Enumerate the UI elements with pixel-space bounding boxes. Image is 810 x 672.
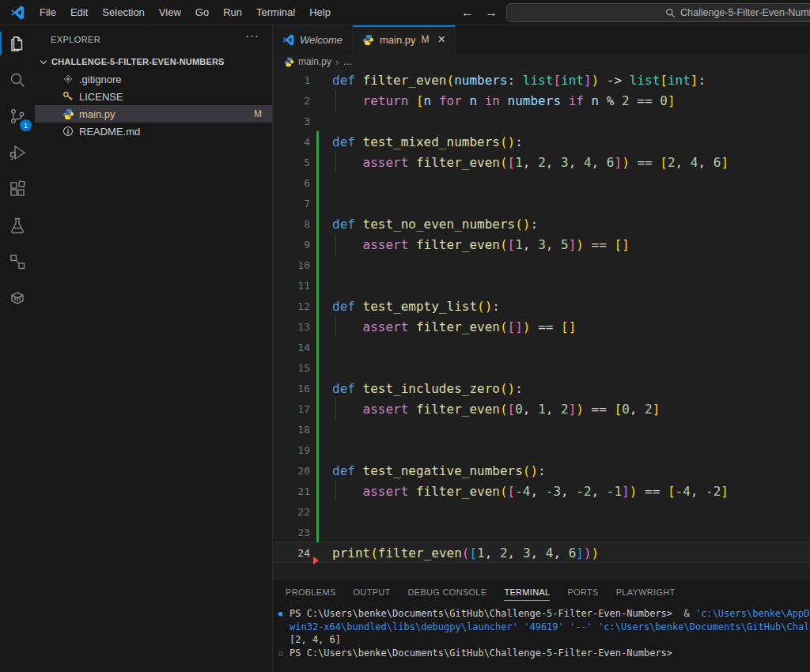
git-gutter (316, 111, 319, 131)
code-line-12[interactable]: 12def test_empty_list(): (273, 296, 810, 316)
code-line-24[interactable]: 24print(filter_even([1, 2, 3, 4, 6])) (273, 542, 810, 563)
gitignore-icon (62, 73, 74, 85)
file-name: LICENSE (79, 91, 123, 103)
code-text: def test_includes_zero(): (332, 381, 523, 396)
code-line-1[interactable]: 1def filter_even(numbers: list[int]) -> … (273, 70, 810, 90)
menu-view[interactable]: View (152, 4, 188, 21)
code-editor[interactable]: 1def filter_even(numbers: list[int]) -> … (273, 70, 810, 580)
command-status-filled-icon: ● (278, 607, 290, 621)
indent-guide (335, 90, 336, 111)
git-gutter (316, 70, 319, 90)
back-arrow-icon[interactable]: ← (461, 6, 474, 20)
activity-connected-squares[interactable] (0, 244, 35, 280)
command-center-searchbox[interactable]: Challenge-5-Filter-Even-Numbers (506, 3, 810, 22)
line-number: 11 (273, 280, 310, 292)
line-number: 24 (273, 547, 310, 559)
file-row-gitignore[interactable]: .gitignore (35, 70, 272, 88)
line-number: 22 (273, 506, 310, 518)
line-number: 8 (273, 218, 310, 230)
git-added-indicator (316, 378, 319, 398)
menu-edit[interactable]: Edit (63, 4, 95, 21)
terminal-line: ●PS C:\Users\benke\Documents\GitHub\Chal… (273, 607, 810, 621)
git-added-indicator (316, 522, 319, 542)
indent-guide (335, 398, 336, 419)
code-line-20[interactable]: 20def test_negative_numbers(): (273, 460, 810, 481)
code-line-4[interactable]: 4def test_mixed_numbers(): (273, 131, 810, 152)
panel-tab-output[interactable]: OUTPUT (354, 587, 391, 597)
chevron-down-icon (40, 57, 47, 63)
file-row-readme[interactable]: README.md (35, 123, 272, 140)
git-added-indicator (316, 357, 319, 378)
more-actions-icon[interactable]: ··· (245, 28, 259, 42)
menu-go[interactable]: Go (188, 4, 216, 21)
code-line-2[interactable]: 2 return [n for n in numbers if n % 2 ==… (273, 90, 810, 111)
panel-tab-playwright[interactable]: PLAYWRIGHT (616, 587, 676, 597)
folder-header[interactable]: CHALLENGE-5-FILTER-EVEN-NUMBERS (35, 53, 272, 70)
menu-selection[interactable]: Selection (95, 4, 151, 21)
menu-file[interactable]: File (32, 4, 63, 21)
explorer-sidebar: EXPLORER ··· CHALLENGE-5-FILTER-EVEN-NUM… (35, 25, 273, 672)
code-text: def test_negative_numbers(): (332, 463, 546, 478)
tab-modified-badge: M (421, 34, 429, 45)
code-line-6[interactable]: 6 (273, 172, 810, 193)
search-icon (8, 70, 27, 89)
menu-terminal[interactable]: Terminal (249, 4, 302, 21)
terminal-output[interactable]: ●PS C:\Users\benke\Documents\GitHub\Chal… (273, 607, 810, 672)
code-line-13[interactable]: 13 assert filter_even([]) == [] (273, 316, 810, 337)
run-debug-icon (8, 143, 27, 162)
code-line-8[interactable]: 8def test_no_even_numbers(): (273, 213, 810, 234)
git-added-indicator (316, 460, 319, 481)
close-icon[interactable]: × (437, 33, 445, 46)
code-line-21[interactable]: 21 assert filter_even([-4, -3, -2, -1]) … (273, 481, 810, 501)
panel-tab-debug-console[interactable]: DEBUG CONSOLE (408, 587, 487, 597)
git-gutter (316, 90, 319, 111)
tab-welcome[interactable]: Welcome (273, 25, 353, 54)
python-icon (362, 34, 374, 46)
activity-testing[interactable] (0, 207, 35, 244)
file-row-license[interactable]: LICENSE (35, 88, 272, 105)
activity-source-control[interactable]: 1 (0, 98, 35, 134)
activity-explorer[interactable] (0, 25, 35, 62)
breadcrumb[interactable]: main.py › … (273, 54, 810, 70)
menu-bar: File Edit Selection View Go Run Terminal… (32, 4, 338, 21)
python-icon (62, 108, 74, 120)
code-line-7[interactable]: 7 (273, 193, 810, 213)
code-line-10[interactable]: 10 (273, 255, 810, 275)
code-line-14[interactable]: 14 (273, 337, 810, 357)
breadcrumb-symbol: … (343, 56, 352, 67)
line-number: 7 (273, 198, 310, 210)
license-key-icon (62, 90, 74, 103)
forward-arrow-icon[interactable]: → (485, 6, 498, 20)
code-line-5[interactable]: 5 assert filter_even([1, 2, 3, 4, 6]) ==… (273, 152, 810, 172)
activity-container[interactable] (0, 280, 35, 316)
activity-search[interactable] (0, 62, 35, 98)
activity-run-debug[interactable] (0, 134, 35, 171)
line-number: 14 (273, 342, 310, 353)
indent-guide (335, 481, 336, 501)
file-row-main-py[interactable]: main.py M (35, 105, 272, 123)
code-line-22[interactable]: 22 (273, 501, 810, 522)
terminal-text: [2, 4, 6] (290, 633, 341, 647)
connected-squares-icon (8, 252, 27, 271)
breadcrumb-separator: › (335, 56, 339, 68)
code-line-19[interactable]: 19 (273, 440, 810, 460)
git-added-indicator (316, 193, 319, 213)
panel-tab-problems[interactable]: PROBLEMS (286, 587, 336, 597)
code-line-17[interactable]: 17 assert filter_even([0, 1, 2]) == [0, … (273, 398, 810, 419)
panel-tab-ports[interactable]: PORTS (567, 587, 598, 597)
code-line-11[interactable]: 11 (273, 275, 810, 296)
panel-tab-terminal[interactable]: TERMINAL (504, 587, 550, 601)
code-line-23[interactable]: 23 (273, 522, 810, 542)
code-line-9[interactable]: 9 assert filter_even([1, 3, 5]) == [] (273, 234, 810, 255)
activity-extensions[interactable] (0, 171, 35, 207)
tab-main-py[interactable]: main.py M × (353, 25, 456, 54)
git-deleted-indicator (313, 557, 319, 564)
menu-help[interactable]: Help (302, 4, 338, 21)
code-text: assert filter_even([-4, -3, -2, -1]) == … (332, 484, 729, 499)
code-line-15[interactable]: 15 (273, 357, 810, 378)
activity-bar: 1 (0, 25, 35, 672)
code-line-18[interactable]: 18 (273, 419, 810, 440)
code-line-3[interactable]: 3 (273, 111, 810, 131)
code-line-16[interactable]: 16def test_includes_zero(): (273, 378, 810, 398)
menu-run[interactable]: Run (216, 4, 249, 21)
